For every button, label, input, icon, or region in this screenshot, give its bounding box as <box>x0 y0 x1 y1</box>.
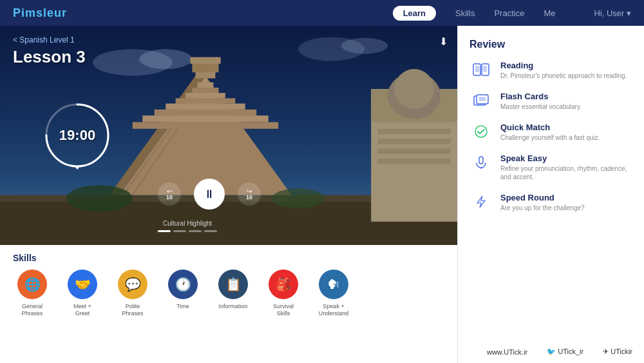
review-list: Reading Dr. Pimsleur's phonetic approach… <box>469 61 632 212</box>
review-title: Review <box>469 39 632 50</box>
review-item-speed-round[interactable]: Speed Round Are you up for the challenge… <box>469 193 632 212</box>
review-panel: Review Reading Dr. Pimsleur's phonetic a… <box>457 26 644 363</box>
review-item-reading[interactable]: Reading Dr. Pimsleur's phonetic approach… <box>469 61 632 80</box>
skill-item-6[interactable]: 🗣 Speak +Understand <box>314 270 353 317</box>
skill-label-0: GeneralPhrases <box>21 303 43 317</box>
skill-item-4[interactable]: 📋 Information <box>214 270 252 310</box>
back-link[interactable]: < Spanish Level 1 <box>13 35 86 44</box>
rewind-label: 10 <box>166 195 173 201</box>
review-item-name-4: Speed Round <box>500 193 585 202</box>
skill-icon-5: 🎒 <box>269 270 298 299</box>
skill-item-2[interactable]: 💬 PolitePhrases <box>113 270 152 317</box>
watermark: www.UTick.ir 🐦 UTick_ir ✈ UTickir <box>482 346 638 358</box>
review-item-name-0: Reading <box>500 61 627 70</box>
skill-icon-4: 📋 <box>218 270 248 299</box>
nav-skills[interactable]: Skills <box>455 8 475 18</box>
cultural-label: Cultural Highlight <box>158 220 217 227</box>
skill-label-1: Meet +Greet <box>73 303 91 317</box>
review-item-desc-3: Refine your pronunciation, rhythm, caden… <box>500 164 632 181</box>
app-logo: Pimsleur <box>13 6 67 20</box>
main-content: < Spanish Level 1 Lesson 3 ⬇ 19:00 <box>0 26 644 363</box>
skills-section: Skills 🌐 GeneralPhrases 🤝 Meet +Greet 💬 … <box>0 245 457 363</box>
timer-circle: 19:00 <box>42 100 113 171</box>
progress-dots <box>158 230 217 232</box>
review-text-4: Speed Round Are you up for the challenge… <box>500 193 585 212</box>
cultural-bar: Cultural Highlight <box>158 220 217 232</box>
navbar: Pimsleur Learn Skills Practice Me Hi, Us… <box>0 0 644 26</box>
logo-text: Pimsleur <box>13 6 67 19</box>
review-item-desc-2: Challenge yourself with a fast quiz. <box>500 133 600 142</box>
timer-container: 19:00 <box>42 100 113 171</box>
review-item-name-1: Flash Cards <box>500 92 582 101</box>
review-item-speak-easy[interactable]: Speak Easy Refine your pronunciation, rh… <box>469 153 632 181</box>
review-item-name-2: Quick Match <box>500 123 600 132</box>
svg-rect-46 <box>477 95 488 104</box>
review-icon-2 <box>469 123 493 141</box>
review-item-desc-4: Are you up for the challenge? <box>500 204 585 212</box>
skill-label-6: Speak +Understand <box>319 303 349 317</box>
lesson-title: Lesson 3 <box>13 47 86 67</box>
review-item-desc-1: Master essential vocabulary. <box>500 103 582 111</box>
skill-label-4: Information <box>218 303 247 310</box>
skills-grid: 🌐 GeneralPhrases 🤝 Meet +Greet 💬 PoliteP… <box>13 270 444 317</box>
skill-item-1[interactable]: 🤝 Meet +Greet <box>63 270 102 317</box>
review-text-2: Quick Match Challenge yourself with a fa… <box>500 123 600 142</box>
nav-practice[interactable]: Practice <box>494 8 524 18</box>
skill-label-2: PolitePhrases <box>122 303 143 317</box>
skill-icon-1: 🤝 <box>68 270 97 299</box>
dot-3 <box>189 230 202 232</box>
rewind-button[interactable]: ↩ 10 <box>158 182 181 206</box>
nav-links: Learn Skills Practice Me Hi, User ▾ <box>393 6 631 21</box>
lesson-overlay: < Spanish Level 1 Lesson 3 <box>0 26 99 77</box>
svg-rect-38 <box>482 64 489 75</box>
svg-rect-37 <box>473 64 480 75</box>
skill-item-0[interactable]: 🌐 GeneralPhrases <box>13 270 52 317</box>
nav-learn[interactable]: Learn <box>393 6 436 21</box>
pause-icon: ⏸ <box>204 188 215 201</box>
watermark-twitter: 🐦 UTick_ir <box>542 346 589 358</box>
review-icon-1 <box>469 92 493 110</box>
lesson-area: < Spanish Level 1 Lesson 3 ⬇ 19:00 <box>0 26 457 363</box>
svg-marker-36 <box>75 166 80 170</box>
skill-item-5[interactable]: 🎒 SurvivalSkills <box>264 270 303 317</box>
skill-icon-2: 💬 <box>118 270 147 299</box>
dot-1 <box>158 230 171 232</box>
review-item-desc-0: Dr. Pimsleur's phonetic approach to read… <box>500 72 627 80</box>
svg-rect-50 <box>479 157 483 164</box>
nav-user[interactable]: Hi, User ▾ <box>594 8 631 18</box>
review-icon-3 <box>469 153 493 172</box>
svg-marker-52 <box>477 196 485 208</box>
watermark-site: www.UTick.ir <box>482 346 533 358</box>
skill-icon-0: 🌐 <box>17 270 47 299</box>
dot-4 <box>204 230 217 232</box>
pause-button[interactable]: ⏸ <box>194 179 225 210</box>
skill-label-3: Time <box>176 303 189 310</box>
skill-label-5: SurvivalSkills <box>273 303 294 317</box>
playback-controls: ↩ 10 ⏸ ↪ 10 <box>158 179 261 210</box>
watermark-telegram: ✈ UTickir <box>598 346 638 358</box>
review-icon-0 <box>469 61 493 79</box>
video-container: < Spanish Level 1 Lesson 3 ⬇ 19:00 <box>0 26 457 245</box>
review-text-1: Flash Cards Master essential vocabulary. <box>500 92 582 111</box>
forward-label: 10 <box>246 195 252 201</box>
timer-text: 19:00 <box>59 127 95 144</box>
forward-button[interactable]: ↪ 10 <box>238 182 261 206</box>
download-icon[interactable]: ⬇ <box>439 35 448 48</box>
review-item-flash-cards[interactable]: Flash Cards Master essential vocabulary. <box>469 92 632 111</box>
skill-icon-3: 🕐 <box>168 270 198 299</box>
review-item-quick-match[interactable]: Quick Match Challenge yourself with a fa… <box>469 123 632 142</box>
nav-me[interactable]: Me <box>544 8 555 18</box>
review-icon-4 <box>469 193 493 211</box>
review-text-0: Reading Dr. Pimsleur's phonetic approach… <box>500 61 627 80</box>
skills-title: Skills <box>13 253 444 263</box>
dot-2 <box>173 230 186 232</box>
review-text-3: Speak Easy Refine your pronunciation, rh… <box>500 153 632 181</box>
skill-item-3[interactable]: 🕐 Time <box>164 270 202 310</box>
review-item-name-3: Speak Easy <box>500 153 632 163</box>
skill-icon-6: 🗣 <box>319 270 348 299</box>
